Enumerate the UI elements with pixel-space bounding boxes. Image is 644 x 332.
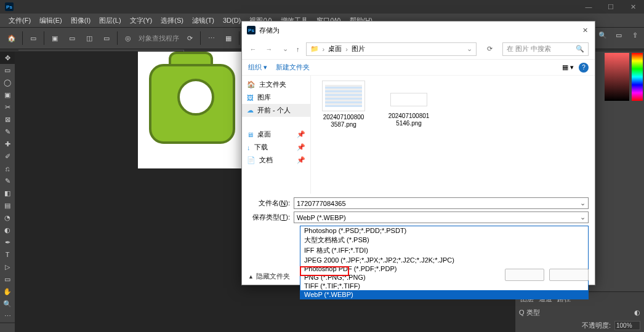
toolbar-collapse[interactable]	[0, 323, 15, 332]
search-input[interactable]: 在 图片 中搜索 🔍	[502, 42, 589, 56]
camera-lens-shape	[177, 79, 214, 116]
hue-slider[interactable]	[632, 53, 643, 101]
menu-item[interactable]: 文字(Y)	[126, 15, 156, 26]
file-item[interactable]: 2024071008015146.png	[382, 81, 435, 127]
sidebar-item[interactable]: 🖼图库	[242, 91, 310, 104]
nav-recent-button[interactable]: ⌄	[280, 45, 290, 53]
save-type-dropdown-icon[interactable]: ⌄	[580, 213, 586, 221]
path-select-tool[interactable]: ▷	[0, 261, 15, 273]
filetype-option[interactable]: TIFF (*.TIF;*.TIFF)	[300, 282, 588, 290]
share-icon[interactable]: ⇪	[628, 28, 642, 42]
search-icon[interactable]: 🔍	[596, 28, 610, 42]
color-field[interactable]	[605, 53, 629, 101]
sidebar-item[interactable]: 📄文档📌	[242, 154, 310, 167]
kind-label: Q 类型	[519, 308, 540, 317]
file-thumb	[322, 81, 365, 111]
breadcrumb-dropdown-icon[interactable]: ⌄	[467, 45, 472, 53]
crumb-1[interactable]: 图片	[352, 44, 365, 53]
hide-folders-toggle[interactable]: ▲ 隐藏文件夹	[248, 272, 290, 281]
help-button[interactable]: ?	[579, 63, 589, 73]
sidebar-item[interactable]: ☁开前 - 个人	[242, 104, 310, 117]
pin-icon[interactable]: 📌	[297, 143, 305, 151]
save-type-combobox[interactable]: WebP (*.WEBP) ⌄	[294, 211, 589, 223]
menu-item[interactable]: 图层(L)	[95, 15, 124, 26]
menu-item[interactable]: 选择(S)	[157, 15, 187, 26]
workspace-icon[interactable]: ▭	[612, 28, 626, 42]
save-button[interactable]	[505, 269, 544, 281]
window-controls: — ☐ ✕	[578, 0, 644, 14]
object-select-tool[interactable]: ▣	[0, 89, 15, 101]
overlay-icon[interactable]: ▦	[222, 31, 235, 45]
layer-icon[interactable]: ▣	[48, 31, 62, 45]
dialog-close-button[interactable]: ✕	[579, 24, 591, 36]
nav-forward-button[interactable]: →	[264, 45, 274, 53]
opacity-label: 不透明度:	[582, 321, 611, 330]
crop-tool[interactable]: ✂	[0, 101, 15, 113]
maximize-button[interactable]: ☐	[600, 0, 622, 14]
filetype-option[interactable]: 大型文档格式 (*.PSB)	[300, 235, 588, 245]
type-tool[interactable]: T	[0, 248, 15, 261]
sidebar-item[interactable]: 🏠主文件夹	[242, 78, 310, 91]
frame-tool[interactable]: ⊠	[0, 113, 15, 125]
pen-tool[interactable]: ✒	[0, 236, 15, 248]
tool-preset-chip-icon[interactable]: ▭	[26, 31, 40, 45]
group-icon[interactable]: ▭	[65, 31, 79, 45]
search-placeholder: 在 图片 中搜索	[507, 44, 551, 53]
new-folder-button[interactable]: 新建文件夹	[276, 63, 310, 72]
filetype-option[interactable]: IFF 格式 (*.IFF;*.TDI)	[300, 245, 588, 256]
filetype-option[interactable]: WebP (*.WEBP)	[300, 290, 588, 299]
breadcrumb[interactable]: 📁 › 桌面 › 图片 ⌄	[306, 42, 477, 56]
shape-tool[interactable]: ▭	[0, 273, 15, 285]
pin-icon[interactable]: 📌	[297, 130, 305, 138]
file-name: 2024071008015146.png	[382, 113, 435, 127]
eyedropper-tool[interactable]: ✎	[0, 125, 15, 138]
mask-icon[interactable]: ◫	[83, 31, 96, 45]
heal-tool[interactable]: ✚	[0, 138, 15, 150]
eraser-tool[interactable]: ◧	[0, 187, 15, 199]
opacity-field[interactable]	[614, 321, 640, 330]
cancel-button[interactable]	[549, 269, 589, 281]
zoom-tool[interactable]: 🔍	[0, 298, 15, 310]
hand-tool[interactable]: ✋	[0, 285, 15, 298]
move-tool[interactable]: ✥	[0, 52, 15, 64]
crumb-0[interactable]: 桌面	[328, 44, 342, 53]
file-grid[interactable]: 2024071008003587.png2024071008015146.png	[311, 76, 595, 194]
brush-tool[interactable]: ✐	[0, 150, 15, 162]
view-mode-button[interactable]: ▦ ▾	[562, 63, 574, 71]
filename-dropdown-icon[interactable]: ⌄	[580, 199, 586, 207]
document-canvas[interactable]	[138, 52, 246, 168]
search-icon: 🔍	[576, 45, 584, 53]
nav-up-button[interactable]: ↑	[296, 45, 300, 53]
filetype-option[interactable]: JPEG 2000 (*.JPF;*.JPX;*.JP2;*.J2C;*.J2K…	[300, 256, 588, 264]
menu-item[interactable]: 文件(F)	[5, 15, 34, 26]
filename-input[interactable]: 1720777084365 ⌄	[294, 197, 589, 209]
stamp-tool[interactable]: ⎌	[0, 162, 15, 175]
sidebar-item[interactable]: 🖥桌面📌	[242, 128, 310, 141]
target-icon[interactable]: ◎	[121, 31, 135, 45]
close-button[interactable]: ✕	[622, 0, 644, 14]
marquee-tool[interactable]: ▭	[0, 64, 15, 76]
home-icon[interactable]: 🏠	[5, 31, 18, 45]
menu-item[interactable]: 滤镜(T)	[188, 15, 218, 26]
pin-icon[interactable]: 📌	[297, 156, 305, 164]
sidebar-item[interactable]: ↓下载📌	[242, 141, 310, 154]
refresh-button[interactable]: ⟳	[483, 45, 496, 53]
gradient-tool[interactable]: ▤	[0, 199, 15, 211]
menu-item[interactable]: 编辑(E)	[36, 15, 66, 26]
lasso-tool[interactable]: ◯	[0, 76, 15, 89]
menu-item[interactable]: 图像(I)	[67, 15, 94, 26]
minimize-button[interactable]: —	[578, 0, 600, 14]
blur-tool[interactable]: ◔	[0, 211, 15, 224]
organize-button[interactable]: 组织 ▾	[248, 63, 267, 72]
kind-menu-icon[interactable]: ◐	[634, 309, 640, 317]
dots-icon[interactable]: ⋯	[204, 31, 218, 45]
pic-icon: 🖼	[247, 94, 254, 101]
dodge-tool[interactable]: ◐	[0, 224, 15, 236]
filetype-option[interactable]: Photoshop (*.PSD;*.PDD;*.PSDT)	[300, 226, 588, 235]
refresh-icon[interactable]: ⟳	[183, 31, 196, 45]
nav-back-button[interactable]: ←	[248, 45, 258, 53]
mask2-icon[interactable]: ▭	[100, 31, 113, 45]
file-item[interactable]: 2024071008003587.png	[317, 81, 370, 128]
history-brush-tool[interactable]: ✎	[0, 175, 15, 187]
edit-toolbar[interactable]: ⋯	[0, 310, 15, 322]
